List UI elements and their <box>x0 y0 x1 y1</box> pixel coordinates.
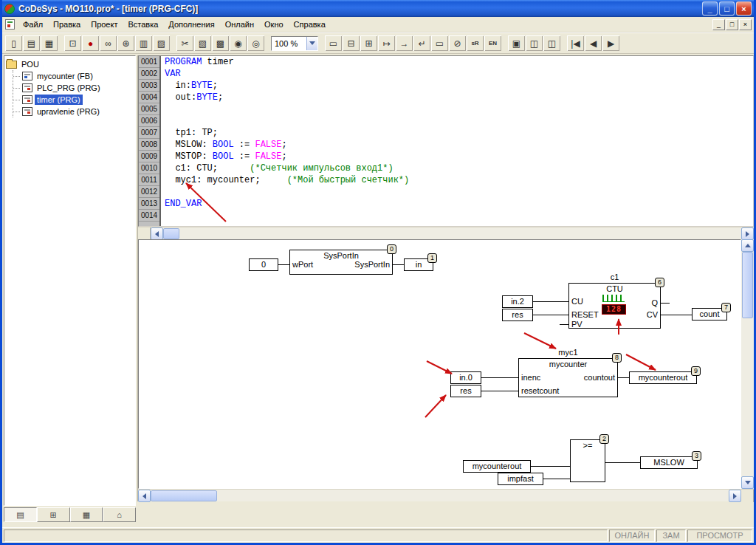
cfc-label-button[interactable]: → <box>396 35 413 51</box>
mycounterout-box-in[interactable]: mycounterout <box>463 460 531 473</box>
watch-list-button[interactable]: ▥ <box>135 35 152 51</box>
declaration-editor[interactable]: 0001000200030004000500060007000800090010… <box>138 55 754 227</box>
toolbar-group-cfc-tools: ▭⊟⊞↦→↵▭⊘sREN <box>325 35 501 51</box>
code-segment: out: <box>165 92 196 103</box>
cfc-vscrollbar[interactable] <box>741 239 754 489</box>
tab-pous[interactable]: ▤ <box>4 507 37 522</box>
cfc-input-button[interactable]: ⊟ <box>343 35 360 51</box>
mycounterout-box-out[interactable]: mycounterout9 <box>629 371 697 384</box>
zoom-dropdown-button[interactable] <box>306 37 317 50</box>
library-manager-button[interactable]: ▨ <box>153 35 170 51</box>
tree-root[interactable]: POU <box>6 58 134 70</box>
nav-prev-button[interactable]: ◀ <box>585 35 602 51</box>
scroll-thumb[interactable] <box>151 490 217 501</box>
code-segment: ; <box>218 92 223 103</box>
impfast-box[interactable]: impfast <box>498 473 543 485</box>
save-button[interactable]: ▦ <box>41 35 58 51</box>
in2-box[interactable]: in.2 <box>502 295 533 308</box>
line-number: 0001 <box>139 56 159 68</box>
block-instance-label: c1 <box>569 272 660 281</box>
menu-item[interactable]: Онлайн <box>220 18 259 31</box>
mdi-minimize-button[interactable]: _ <box>712 19 725 30</box>
scroll-track[interactable] <box>741 318 754 476</box>
tab-data-types[interactable]: ⊞ <box>37 507 70 522</box>
zoom-module-button[interactable]: ⊕ <box>117 35 134 51</box>
cfc-set-reset-button[interactable]: sR <box>467 35 484 51</box>
ctu-block[interactable]: c1CTUCURESETPVQCV1286 <box>568 283 661 329</box>
ge-block[interactable]: >=2 <box>570 439 605 482</box>
paste-button[interactable]: ▩ <box>212 35 229 51</box>
stop-button[interactable]: ● <box>82 35 99 51</box>
nav-next-button[interactable]: ▶ <box>602 35 619 51</box>
tree-item-timer[interactable]: timer (PRG) <box>13 94 134 106</box>
tab-resources[interactable]: ⌂ <box>103 507 136 522</box>
pou-tree[interactable]: POUmycounter (FB)PLC_PRG (PRG)timer (PRG… <box>4 55 136 506</box>
scroll-right-button[interactable] <box>741 227 754 240</box>
tree-connector <box>13 112 20 112</box>
display-order-button[interactable]: ▣ <box>508 35 525 51</box>
find-next-button[interactable]: ◎ <box>247 35 264 51</box>
const-0-box[interactable]: 0 <box>249 258 278 271</box>
splitter-handle[interactable] <box>138 227 151 240</box>
zoom-combobox[interactable]: 100 % <box>271 36 318 51</box>
in-box[interactable]: in1 <box>404 258 433 271</box>
mslow-box[interactable]: MSLOW3 <box>640 456 698 469</box>
tree-item-label: upravlenie (PRG) <box>35 106 102 117</box>
tree-item-mycounter[interactable]: mycounter (FB) <box>13 70 134 82</box>
cfc-en-pin-button[interactable]: EN <box>484 35 501 51</box>
monitoring-button[interactable]: ∞ <box>100 35 117 51</box>
cfc-output-button[interactable]: ⊞ <box>360 35 377 51</box>
scroll-track[interactable] <box>217 490 729 501</box>
mycounter-block[interactable]: myc1mycounterinencresetcountcountout8 <box>518 358 618 397</box>
maximize-button[interactable]: □ <box>719 1 735 16</box>
res-box-1[interactable]: res <box>502 309 533 321</box>
scroll-thumb[interactable] <box>163 228 179 239</box>
cfc-canvas[interactable]: 0in1in.2rescount7in.0resmycounterout9myc… <box>138 239 741 489</box>
tree-item-PLC_PRG[interactable]: PLC_PRG (PRG) <box>13 82 134 94</box>
nav-first-button[interactable]: |◀ <box>567 35 584 51</box>
scroll-track[interactable] <box>179 227 741 239</box>
menu-item[interactable]: Окно <box>259 18 289 31</box>
count-box[interactable]: count7 <box>692 308 727 321</box>
open-file-button[interactable]: ▤ <box>23 35 40 51</box>
cfc-negate-button[interactable]: ⊘ <box>449 35 466 51</box>
cut-button[interactable]: ✂ <box>176 35 193 51</box>
mdi-close-button[interactable]: × <box>739 19 752 30</box>
tab-visualizations[interactable]: ▦ <box>70 507 103 522</box>
menu-item[interactable]: Вставка <box>123 18 163 31</box>
menu-item[interactable]: Правка <box>48 18 86 31</box>
scroll-left-button[interactable] <box>151 227 163 240</box>
cfc-return-button[interactable]: ↵ <box>413 35 430 51</box>
res-box-2[interactable]: res <box>450 385 481 397</box>
scroll-right-button[interactable] <box>729 490 741 502</box>
sysportin-block[interactable]: SysPortInwPortSysPortIn0 <box>289 250 393 275</box>
tree-item-upravlenie[interactable]: upravlenie (PRG) <box>13 106 134 117</box>
cfc-jump-button[interactable]: ↦ <box>378 35 395 51</box>
in0-box[interactable]: in.0 <box>450 371 481 384</box>
scroll-left-button[interactable] <box>138 490 151 502</box>
const-0-box-label: 0 <box>261 260 266 269</box>
menu-item[interactable]: Проект <box>86 18 123 31</box>
close-button[interactable]: × <box>736 1 752 16</box>
menu-item[interactable]: Справка <box>289 18 331 31</box>
login-button[interactable]: ⊡ <box>64 35 81 51</box>
code-segment: in: <box>165 80 191 91</box>
order-data-flow-button[interactable]: ◫ <box>543 35 560 51</box>
find-button[interactable]: ◉ <box>230 35 247 51</box>
menu-item[interactable]: Дополнения <box>163 18 219 31</box>
paste-icon: ▩ <box>216 38 224 49</box>
scroll-down-button[interactable] <box>741 476 754 489</box>
cfc-box-button[interactable]: ▭ <box>325 35 342 51</box>
mdi-restore-button[interactable]: □ <box>726 19 738 30</box>
editor-hscrollbar[interactable] <box>138 227 754 239</box>
cfc-comment-button[interactable]: ▭ <box>431 35 448 51</box>
order-topology-button[interactable]: ◫ <box>526 35 543 51</box>
scroll-thumb[interactable] <box>742 252 753 318</box>
menu-item[interactable]: Файл <box>18 18 48 31</box>
copy-button[interactable]: ▧ <box>194 35 211 51</box>
cfc-hscrollbar[interactable] <box>138 489 754 501</box>
scroll-up-button[interactable] <box>741 239 754 252</box>
new-file-button[interactable]: ▯ <box>5 35 22 51</box>
tab-data-types-icon: ⊞ <box>50 510 57 520</box>
minimize-button[interactable]: _ <box>702 1 718 16</box>
